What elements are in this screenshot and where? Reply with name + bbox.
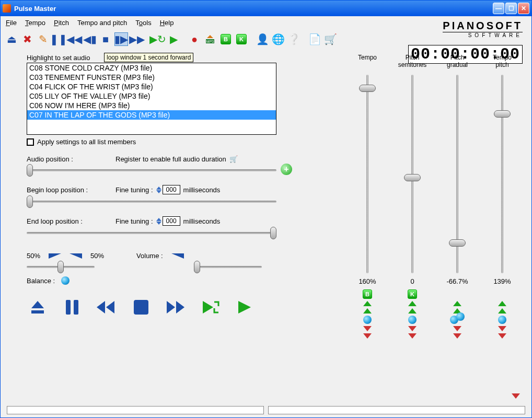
step-back-icon[interactable]: ◀▮ [83,32,97,46]
pitch-grad-up1[interactable] [453,301,461,306]
tempo-pitch-down1[interactable] [498,326,506,331]
rewind-icon[interactable]: ◀◀ [67,32,81,46]
pause-icon[interactable]: ❚❚ [52,32,65,46]
pitch-semi-down2[interactable] [408,333,417,339]
pitch-semi-sphere-icon[interactable] [408,316,417,324]
wedge-left-icon [49,253,61,259]
track-listbox[interactable]: C08 STONE COLD CRAZY (MP3 file)C03 TENEM… [27,63,276,135]
edit-icon[interactable]: ✎ [36,32,50,46]
end-loop-label: End loop position : [27,217,115,225]
cart-icon[interactable]: 🛒 [229,155,238,163]
tempo-pitch-sphere-icon[interactable] [498,316,506,324]
list-item[interactable]: C04 FLICK OF THE WRIST (MP3 file) [27,82,276,91]
add-icon[interactable]: + [281,164,292,175]
pitch-semi-up1[interactable] [408,301,417,306]
play-icon[interactable]: ▶ [167,32,180,46]
titlebar: Pulse Master — ☐ ✕ [1,1,531,16]
pitch-grad-sphere2-icon[interactable] [456,312,465,321]
transport-play[interactable] [234,297,256,317]
record-icon[interactable]: ● [188,32,201,46]
pitch-grad-value: -66.7% [446,277,468,285]
delete-icon[interactable]: ✖ [20,32,34,46]
status-left [7,406,264,414]
eject-icon[interactable]: ⏏ [5,32,18,46]
tempo-sphere-icon[interactable] [363,316,372,324]
transport-rewind[interactable] [96,297,118,317]
list-item[interactable]: C06 NOW I'M HERE (MP3 file) [27,101,276,110]
maximize-button[interactable]: ☐ [505,3,517,14]
cart-icon[interactable]: 🛒 [323,32,337,46]
transport-eject[interactable] [27,297,49,317]
begin-fine-unit: milliseconds [183,186,221,194]
brand-main: PIANOSOFT [443,20,523,32]
list-item[interactable]: C08 STONE COLD CRAZY (MP3 file) [27,63,276,73]
volume-slider[interactable] [194,262,262,272]
user-icon[interactable]: 👤 [256,32,269,46]
apply-all-label: Apply settings to all list members [37,138,136,146]
menu-tempo-and-pitch[interactable]: Tempo and pitch [77,19,127,27]
step-fwd-icon[interactable]: ▮▶ [114,32,128,46]
ffwd-icon[interactable]: ▶▶ [130,32,144,46]
list-item[interactable]: C03 TENEMENT FUNSTER (MP3 file) [27,73,276,82]
transport-ffwd[interactable] [165,297,187,317]
begin-fine-down[interactable] [156,190,161,193]
stop-icon[interactable]: ■ [99,32,112,46]
end-fine-up[interactable] [156,218,161,221]
svg-rect-4 [66,300,71,315]
end-loop-slider[interactable] [27,228,276,238]
svg-marker-9 [167,301,175,314]
tempo-pitch-down2[interactable] [498,333,506,339]
pitch-grad-down2[interactable] [453,333,461,339]
balance-slider[interactable] [27,262,95,272]
transport-stop[interactable] [130,297,152,317]
begin-fine-value[interactable]: 000 [163,185,180,194]
begin-loop-slider[interactable] [27,196,276,207]
transport-pause[interactable] [61,297,83,317]
list-item[interactable]: C07 IN THE LAP OF THE GODS (MP3 file) [27,110,276,120]
b-marker-icon[interactable]: B [219,32,233,46]
minimize-button[interactable]: — [493,3,504,14]
volume-label: Volume : [136,252,163,260]
list-item[interactable]: C05 LILY OF THE VALLEY (MP3 file) [27,91,276,101]
play-loop-icon[interactable]: ▶↻ [151,32,165,46]
pitch-semi-slider[interactable] [408,75,417,273]
balance-sphere-icon [61,276,70,285]
apply-all-checkbox[interactable] [27,138,34,146]
pitch-semi-up2[interactable] [408,308,417,314]
audio-position-slider[interactable] [27,165,276,176]
menu-help[interactable]: Help [160,19,174,27]
end-fine-value[interactable]: 000 [163,216,180,226]
brand-sub: SOFTWARE [443,32,523,38]
corner-expand-icon[interactable] [512,393,520,399]
tempo-up1[interactable] [363,301,372,306]
note-icon[interactable]: 📄 [308,32,321,46]
mp3-icon[interactable]: MP3 [203,32,217,46]
menu-tools[interactable]: Tools [135,19,151,27]
pitch-grad-slider[interactable] [453,75,462,273]
tempo-b-button[interactable]: B [363,289,372,299]
tempo-pitch-up2[interactable] [498,308,506,314]
svg-marker-2 [31,301,44,308]
menu-pitch[interactable]: Pitch [54,19,69,27]
help-icon[interactable]: ❔ [287,32,300,46]
transport-play-loop[interactable] [199,297,221,317]
tempo-down1[interactable] [363,326,372,331]
close-button[interactable]: ✕ [518,3,529,14]
tooltip: loop window 1 second forward [104,53,193,62]
tempo-slider[interactable] [363,75,372,273]
tempo-down2[interactable] [363,333,372,339]
tempo-pitch-up1[interactable] [498,301,506,306]
tempo-up2[interactable] [363,308,372,314]
k-marker-icon[interactable]: K [235,32,248,46]
end-fine-down[interactable] [156,222,161,225]
pitch-grad-down1[interactable] [453,326,461,331]
end-fine-unit: milliseconds [183,217,221,225]
menu-tempo[interactable]: Tempo [25,19,45,27]
pitch-semi-down1[interactable] [408,326,417,331]
globe-icon[interactable]: 🌐 [271,32,285,46]
begin-fine-up[interactable] [156,187,161,190]
listbox-label: Highlight to set audio loop window 1 sec… [27,54,298,62]
pitch-semi-k-button[interactable]: K [408,289,417,299]
tempo-pitch-slider[interactable] [498,75,507,273]
menu-file[interactable]: File [6,19,17,27]
